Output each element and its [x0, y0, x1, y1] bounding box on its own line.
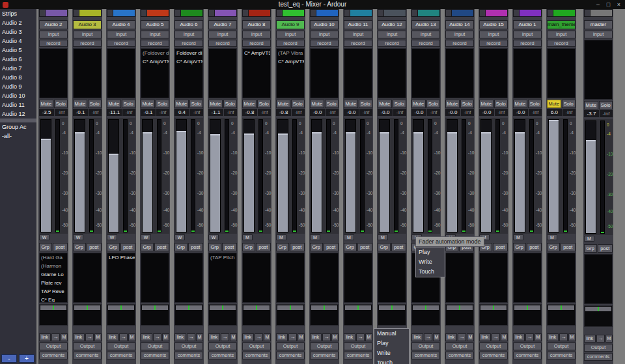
gain-display[interactable]: -0.8	[276, 109, 291, 116]
hide-strip-button[interactable]	[412, 10, 418, 16]
output-button[interactable]: Output	[445, 343, 474, 350]
pan-link-direction-button[interactable]: →	[85, 333, 94, 341]
strip-name-button[interactable]: Audio 6	[174, 20, 203, 29]
pan-position-bar[interactable]	[345, 305, 371, 310]
panner[interactable]	[445, 304, 474, 326]
mute-button[interactable]: Mute	[411, 100, 426, 108]
gain-fader[interactable]	[447, 119, 458, 232]
panner[interactable]	[479, 304, 508, 326]
hide-strip-button[interactable]	[446, 10, 452, 16]
peak-display[interactable]: -inf	[89, 109, 102, 116]
gain-fader[interactable]	[277, 119, 288, 232]
gain-display[interactable]: -0.0	[479, 109, 494, 116]
strip-color-bar[interactable]	[208, 9, 237, 17]
processor-box-prefader[interactable]	[107, 48, 135, 98]
metering-point-button[interactable]: post	[561, 243, 576, 251]
peak-display[interactable]: -inf	[156, 109, 169, 116]
fader-automation-button[interactable]: W	[39, 234, 49, 240]
processor-box-postfader[interactable]	[276, 253, 305, 303]
output-button[interactable]: Output	[39, 343, 68, 350]
gain-fader[interactable]	[142, 119, 153, 232]
strip-color-bar[interactable]	[378, 9, 406, 17]
gain-display[interactable]: -0.0	[344, 109, 359, 116]
pan-position-bar[interactable]	[311, 305, 337, 310]
pan-link-direction-button[interactable]: →	[288, 333, 297, 341]
output-button[interactable]: Output	[208, 343, 237, 350]
processor-entry[interactable]: (TAP Pitch	[209, 253, 236, 262]
panner[interactable]	[547, 304, 576, 326]
processor-box-prefader[interactable]	[344, 48, 372, 98]
pan-link-direction-button[interactable]: →	[255, 333, 263, 341]
processor-box-prefader[interactable]	[411, 48, 440, 98]
processor-entry[interactable]: C* AmpVTS	[243, 49, 270, 57]
metering-point-button[interactable]: post	[290, 243, 305, 251]
pan-link-direction-button[interactable]: →	[492, 333, 500, 341]
metering-point-button[interactable]: post	[154, 243, 169, 251]
strip-name-button[interactable]: Audio 12	[378, 20, 406, 29]
gain-fader[interactable]	[585, 120, 596, 234]
output-button[interactable]: Output	[174, 343, 203, 350]
strip-color-bar[interactable]	[584, 9, 613, 17]
pan-link-direction-button[interactable]: →	[559, 333, 568, 341]
hide-strip-button[interactable]	[141, 10, 147, 16]
panner[interactable]	[141, 304, 169, 326]
gain-display[interactable]: 0.4	[174, 109, 189, 116]
comments-button[interactable]: comments	[242, 352, 271, 359]
strip-color-bar[interactable]	[310, 9, 339, 17]
record-arm-button[interactable]: record	[445, 40, 474, 47]
mute-button[interactable]: Mute	[513, 100, 527, 108]
comments-button[interactable]: comments	[445, 352, 474, 359]
fader-automation-button[interactable]: W	[174, 234, 185, 240]
peak-display[interactable]: -inf	[122, 109, 135, 116]
pan-link-button[interactable]: link	[242, 333, 254, 341]
solo-button[interactable]: Solo	[528, 100, 542, 108]
input-button[interactable]: Input	[141, 31, 169, 38]
metering-point-button[interactable]: post	[357, 243, 372, 251]
pan-position-bar[interactable]	[74, 305, 100, 310]
pan-link-button[interactable]: link	[584, 335, 596, 343]
pan-position-bar[interactable]	[40, 305, 66, 310]
pan-link-button[interactable]: link	[479, 333, 491, 341]
strip-name-button[interactable]: Audio 2	[39, 20, 68, 29]
strip-name-button[interactable]: master	[584, 20, 613, 29]
pan-automation-button[interactable]: M	[298, 333, 305, 341]
gain-display[interactable]: -3.5	[39, 109, 54, 116]
processor-box-postfader[interactable]	[73, 253, 102, 303]
record-arm-button[interactable]: record	[547, 40, 576, 47]
processor-entry[interactable]: (Hard Ga	[40, 253, 67, 262]
gain-fader[interactable]	[108, 119, 119, 232]
output-button[interactable]: Output	[411, 343, 440, 350]
peak-display[interactable]: -inf	[600, 110, 613, 117]
pan-automation-button[interactable]: M	[61, 333, 68, 341]
solo-button[interactable]: Solo	[359, 100, 373, 108]
mute-button[interactable]: Mute	[73, 100, 87, 108]
metering-point-button[interactable]: post	[53, 243, 68, 251]
remove-group-button[interactable]: -	[1, 354, 17, 363]
output-button[interactable]: Output	[344, 343, 372, 350]
strip-list-item[interactable]: Audio 3	[0, 27, 36, 36]
processor-box-prefader[interactable]	[547, 48, 576, 98]
pan-automation-button[interactable]: M	[128, 333, 135, 341]
strip-list-item[interactable]: Audio 5	[0, 46, 36, 55]
group-button[interactable]: Grp	[141, 243, 154, 251]
fader-automation-button[interactable]: M	[547, 234, 557, 240]
pan-link-button[interactable]: link	[276, 333, 288, 341]
solo-button[interactable]: Solo	[257, 100, 271, 108]
fader-automation-button[interactable]: W	[208, 234, 219, 240]
gain-fader[interactable]	[413, 119, 424, 232]
mute-button[interactable]: Mute	[445, 100, 460, 108]
solo-button[interactable]: Solo	[494, 100, 508, 108]
input-button[interactable]: Input	[242, 31, 271, 38]
strip-name-button[interactable]: Audio 10	[310, 20, 339, 29]
processor-entry[interactable]: Foldover di	[175, 49, 202, 57]
input-button[interactable]: Input	[39, 31, 68, 38]
record-arm-button[interactable]: record	[310, 40, 339, 47]
pan-position-bar[interactable]	[243, 305, 270, 310]
solo-button[interactable]: Solo	[325, 100, 339, 108]
gain-fader[interactable]	[40, 119, 51, 232]
strip-color-bar[interactable]	[141, 9, 169, 17]
strip-list-item[interactable]: Audio 10	[0, 91, 36, 100]
pan-link-button[interactable]: link	[310, 333, 322, 341]
menu-item[interactable]: Touch	[374, 358, 409, 364]
group-button[interactable]: Grp	[584, 244, 597, 253]
